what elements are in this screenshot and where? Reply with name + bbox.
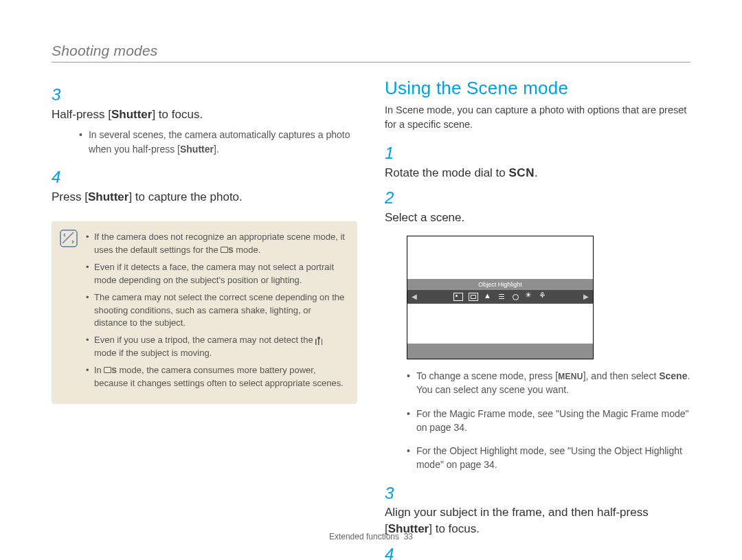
scene-icon-strip: ◀ ▶ xyxy=(407,290,593,304)
text: For the Object Highlight mode, see "Usin… xyxy=(416,444,690,472)
text: Rotate the mode dial to xyxy=(385,166,509,179)
step-number: 1 xyxy=(385,142,400,165)
step-text: Press [Shutter] to capture the photo. xyxy=(52,189,339,205)
screen-top-area xyxy=(407,236,593,279)
note-list: •If the camera does not recognize an app… xyxy=(86,231,346,390)
step-3: 3 Half-press [Shutter] to focus. xyxy=(52,83,357,122)
text: ]. xyxy=(214,144,219,155)
scene-label: Scene xyxy=(659,370,687,381)
text: In several scenes, the camera automatica… xyxy=(89,129,350,154)
step-4: 4 Press [Shutter] to capture the photo. xyxy=(52,166,357,205)
text: If the camera does not recognize an appr… xyxy=(94,232,345,255)
scn-tip-1: • To change a scene mode, press [MENU], … xyxy=(407,369,690,397)
step-3-substep: • In several scenes, the camera automati… xyxy=(79,128,357,156)
scn-step-3: 3 Align your subject in the frame, and t… xyxy=(385,482,690,537)
scene-text-icon xyxy=(497,293,506,300)
note-panel: •If the camera does not recognize an app… xyxy=(52,221,357,403)
text: mode, the camera consumes more battery p… xyxy=(94,365,344,388)
scene-landscape-icon xyxy=(484,293,492,300)
scene-backlight-icon xyxy=(539,293,547,300)
step-text: Select a scene. xyxy=(385,210,673,226)
shutter-label: Shutter xyxy=(111,108,153,121)
text: ] to capture the photo. xyxy=(128,190,242,203)
text: Even if you use a tripod, the camera may… xyxy=(94,335,315,345)
svg-rect-0 xyxy=(60,230,77,247)
step-text: Half-press [Shutter] to focus. xyxy=(52,107,339,123)
camera-smart-mode-icon: S xyxy=(104,366,116,377)
text: To change a scene mode, press [ xyxy=(416,370,558,381)
scn-step-4: 4 Press [Shutter] to capture the photo. xyxy=(385,543,690,560)
note-item: •In S mode, the camera consumes more bat… xyxy=(86,364,346,390)
manual-page: Shooting modes 3 Half-press [Shutter] to… xyxy=(0,0,742,560)
footer-section: Extended functions xyxy=(329,532,399,541)
shutter-label: Shutter xyxy=(88,190,129,203)
text: In xyxy=(94,365,104,375)
text: ], and then select xyxy=(583,370,660,381)
text: ] to focus. xyxy=(152,108,203,121)
text: Press [ xyxy=(52,190,88,203)
bullet-icon: • xyxy=(407,444,414,458)
step-number: 2 xyxy=(385,186,400,210)
text: Half-press [ xyxy=(52,108,111,121)
scn-tip-3: • For the Object Highlight mode, see "Us… xyxy=(407,444,690,472)
bullet-icon: • xyxy=(407,407,414,421)
step-number: 4 xyxy=(385,543,400,560)
page-footer: Extended functions 33 xyxy=(0,532,742,541)
scn-tip-2: • For the Magic Frame mode, see "Using t… xyxy=(407,407,690,435)
scene-object-highlight-icon xyxy=(453,293,463,301)
left-arrow-icon: ◀ xyxy=(410,293,418,300)
note-item: •Even if it detects a face, the camera m… xyxy=(86,261,346,287)
page-number: 33 xyxy=(404,532,413,541)
screen-mid-area xyxy=(407,304,593,344)
tripod-mode-icon xyxy=(315,337,322,345)
scene-dawn-icon xyxy=(525,293,533,300)
text: The camera may not select the correct sc… xyxy=(94,291,346,331)
scene-icons xyxy=(453,293,547,301)
text: To change a scene mode, press [MENU], an… xyxy=(416,369,690,397)
scn-step-1: 1 Rotate the mode dial to SCN. xyxy=(385,142,690,181)
note-item: •The camera may not select the correct s… xyxy=(86,291,346,331)
two-column-layout: 3 Half-press [Shutter] to focus. • In se… xyxy=(52,78,690,560)
scene-frame-icon xyxy=(469,293,478,301)
bullet-icon: • xyxy=(407,369,414,383)
step-text: Rotate the mode dial to SCN. xyxy=(385,165,673,181)
text: . xyxy=(535,166,538,179)
bullet-icon: • xyxy=(79,128,86,142)
note-icon xyxy=(60,229,78,247)
text: For the Magic Frame mode, see "Using the… xyxy=(416,407,690,435)
scn-step-2: 2 Select a scene. xyxy=(385,186,690,225)
step-number: 4 xyxy=(52,166,67,189)
screen-bottom-bar xyxy=(407,344,593,359)
page-section-title: Shooting modes xyxy=(52,43,690,62)
right-column: Using the Scene mode In Scene mode, you … xyxy=(385,78,690,560)
shutter-label: Shutter xyxy=(180,144,214,155)
step-number: 3 xyxy=(52,83,67,107)
text: In several scenes, the camera automatica… xyxy=(89,128,357,156)
header-rule xyxy=(52,62,690,63)
note-item: •If the camera does not recognize an app… xyxy=(86,231,346,257)
section-heading: Using the Scene mode xyxy=(385,78,690,99)
note-item: •Even if you use a tripod, the camera ma… xyxy=(86,334,346,360)
scene-name-bar: Object Highlight xyxy=(407,279,593,290)
step-number: 3 xyxy=(385,482,400,505)
text: mode. xyxy=(234,245,261,255)
scene-sunset-icon xyxy=(511,293,519,300)
section-intro: In Scene mode, you can capture a photo w… xyxy=(385,103,690,132)
camera-screen-illustration: Object Highlight ◀ ▶ xyxy=(407,236,594,359)
menu-button-icon: MENU xyxy=(558,372,583,381)
text: Even if it detects a face, the camera ma… xyxy=(94,261,346,287)
right-arrow-icon: ▶ xyxy=(582,293,590,300)
mode-dial-scn-icon: SCN xyxy=(509,166,535,179)
left-column: 3 Half-press [Shutter] to focus. • In se… xyxy=(52,78,357,560)
camera-smart-mode-icon: S xyxy=(221,245,233,256)
text: mode if the subject is moving. xyxy=(94,348,212,358)
